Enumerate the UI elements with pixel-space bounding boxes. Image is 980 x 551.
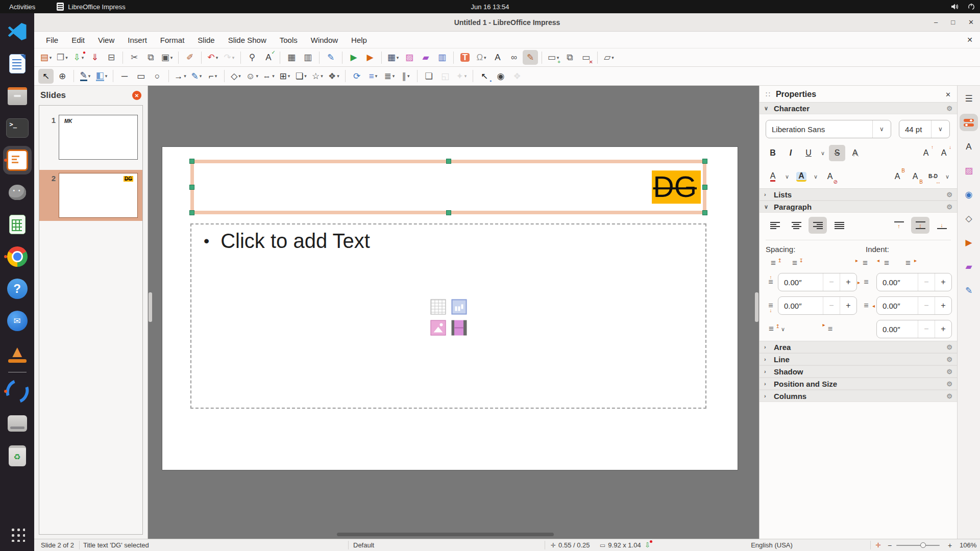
title-text-frame[interactable]: DG	[190, 160, 706, 214]
spelling-button[interactable]: A ✓	[261, 50, 276, 65]
dock-terminal[interactable]	[3, 114, 32, 142]
show-draw-functions-button[interactable]: ✎	[523, 50, 538, 65]
tab-properties[interactable]	[960, 114, 978, 131]
menu-help[interactable]: Help	[345, 34, 374, 46]
document-close-icon[interactable]: ✕	[967, 36, 973, 44]
menu-tools[interactable]: Tools	[273, 34, 304, 46]
edit-points-button[interactable]: ↖ ▪	[477, 69, 492, 84]
increment-button[interactable]: +	[935, 320, 951, 338]
italic-button[interactable]: I	[782, 145, 799, 161]
window-titlebar[interactable]: Untitled 1 - LibreOffice Impress – □ ✕	[34, 13, 980, 32]
decrease-size-button[interactable]: A ↓	[936, 145, 952, 161]
section-position-size[interactable]: › Position and Size ⚙	[760, 378, 957, 390]
menu-file[interactable]: File	[39, 34, 65, 46]
tab-navigator[interactable]: ◉	[960, 186, 978, 203]
slide-layout-button[interactable]: ▱ ▾	[601, 50, 617, 65]
slide-page[interactable]: DG • Click to add Text	[162, 147, 738, 470]
selection-handle[interactable]	[189, 210, 194, 215]
font-size-combobox[interactable]: 44 pt ∨	[899, 120, 950, 138]
selection-handle[interactable]	[446, 159, 451, 164]
first-line-indent-field[interactable]: 0.00″ − +	[876, 320, 952, 338]
decrement-button[interactable]: −	[918, 297, 935, 314]
section-settings-gear-icon[interactable]: ⚙	[946, 343, 952, 351]
stars-banners-tool[interactable]: ☆ ▾	[310, 69, 325, 84]
section-line[interactable]: › Line ⚙	[760, 353, 957, 365]
dock-chrome[interactable]	[3, 242, 32, 271]
dock-gimp[interactable]	[3, 178, 32, 207]
insert-image-button[interactable]: ▨	[402, 50, 417, 65]
find-replace-button[interactable]: ⚲	[244, 50, 260, 65]
dock-vlc[interactable]	[3, 339, 32, 367]
shadow-toggle-button[interactable]: ❏	[421, 69, 436, 84]
minimize-button[interactable]: –	[934, 18, 938, 26]
center-vertically-button[interactable]	[911, 217, 929, 234]
align-center-button[interactable]	[787, 217, 805, 234]
insert-chart-placeholder-icon[interactable]	[451, 299, 467, 315]
menu-format[interactable]: Format	[154, 34, 191, 46]
fill-color-button[interactable]: ◧ ▾	[94, 69, 109, 84]
lists-section-header[interactable]: › Lists ⚙	[760, 188, 957, 201]
slide-1-thumbnail[interactable]: MK	[59, 115, 138, 160]
tab-shapes[interactable]: ◇	[960, 210, 978, 227]
section-shadow[interactable]: › Shadow ⚙	[760, 365, 957, 378]
slide-thumbnail-1[interactable]: 1 MK	[39, 112, 142, 163]
close-button[interactable]: ✕	[968, 18, 974, 26]
gluepoint-functions-button[interactable]: ◉	[493, 69, 508, 84]
undo-button[interactable]: ↶ ▾	[205, 50, 220, 65]
delete-slide-button[interactable]: ▭ ✕	[578, 50, 594, 65]
tab-gallery[interactable]: ▨	[960, 162, 978, 179]
font-size-value[interactable]: 44 pt	[899, 120, 931, 138]
font-size-dropdown-icon[interactable]: ∨	[931, 120, 949, 138]
3d-objects-tool[interactable]: ❖ ▾	[326, 69, 341, 84]
above-spacing-field[interactable]: 0.00″ − +	[778, 273, 857, 291]
filter-button[interactable]: ✦ ▾	[454, 69, 469, 84]
bold-button[interactable]: B	[765, 145, 781, 161]
volume-icon[interactable]	[951, 3, 960, 10]
insert-media-button[interactable]: ▰	[418, 50, 433, 65]
selection-handle[interactable]	[702, 185, 707, 190]
panel-drag-handle-icon[interactable]: ∷	[766, 90, 771, 98]
font-color-button[interactable]: A	[765, 168, 781, 185]
insert-chart-button[interactable]: ▥	[434, 50, 450, 65]
dock-app-grid[interactable]	[3, 519, 32, 548]
superscript-button[interactable]: A B	[889, 168, 905, 185]
selection-handle[interactable]	[189, 185, 194, 190]
lists-settings-gear-icon[interactable]: ⚙	[946, 191, 952, 198]
cut-button[interactable]: ✂	[127, 50, 142, 65]
zoom-slider[interactable]	[896, 539, 940, 551]
start-from-current-slide-button[interactable]: ▶	[362, 50, 378, 65]
section-settings-gear-icon[interactable]: ⚙	[946, 380, 952, 388]
rectangle-tool[interactable]: ▭	[133, 69, 149, 84]
slide-template-status[interactable]: Default	[353, 539, 374, 551]
insert-table-placeholder-icon[interactable]	[430, 299, 446, 315]
menu-slide[interactable]: Slide	[191, 34, 221, 46]
left-splitter-handle[interactable]	[149, 292, 152, 322]
lines-arrows-tool[interactable]: → ▾	[173, 69, 188, 84]
save-button[interactable]: ⇩ ● ▾	[71, 50, 86, 65]
distribution-button[interactable]: ∥ ▾	[398, 69, 413, 84]
align-objects-button[interactable]: ≡ ▾	[365, 69, 381, 84]
section-settings-gear-icon[interactable]: ⚙	[946, 356, 952, 363]
properties-close-icon[interactable]: ✕	[945, 91, 951, 98]
basic-shapes-tool[interactable]: ◇ ▾	[228, 69, 243, 84]
subscript-button[interactable]: A B	[907, 168, 923, 185]
zoom-level-status[interactable]: 106%	[960, 539, 976, 551]
decrement-button[interactable]: −	[823, 297, 840, 314]
increase-size-button[interactable]: A ↑	[918, 145, 934, 161]
after-indent-field[interactable]: 0.00″ − +	[876, 296, 952, 315]
menu-insert[interactable]: Insert	[121, 34, 154, 46]
selection-handle[interactable]	[702, 159, 707, 164]
increase-paragraph-spacing-button[interactable]	[767, 257, 780, 269]
tab-animation[interactable]: ▰	[960, 258, 978, 275]
align-top-button[interactable]	[890, 217, 908, 234]
callout-shapes-tool[interactable]: ❏ ▾	[293, 69, 309, 84]
activities-button[interactable]: Activities	[0, 0, 44, 13]
ellipse-tool[interactable]: ○	[150, 69, 165, 84]
content-placeholder-frame[interactable]: • Click to add Text	[190, 223, 706, 409]
font-color-dropdown[interactable]: ∨	[782, 168, 792, 185]
strikethrough-button[interactable]: S	[829, 145, 845, 161]
line-spacing-button[interactable]	[765, 323, 778, 335]
sidebar-settings-tab[interactable]: ☰	[960, 90, 978, 107]
selection-handle[interactable]	[189, 159, 194, 164]
character-spacing-button[interactable]: B-D ↔	[925, 168, 941, 185]
